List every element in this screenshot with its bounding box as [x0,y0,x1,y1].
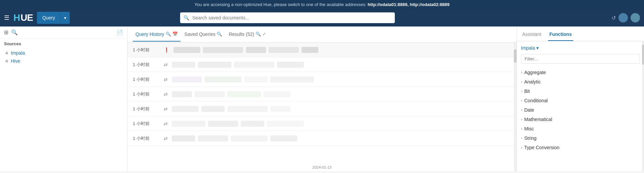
notification-text: You are accessing a non-optimized Hue, p… [195,2,368,7]
chevron-date-icon: › [521,108,522,112]
function-category-conditional[interactable]: › Conditional [521,96,640,105]
tab-results-label: Results (52) [229,32,254,37]
dialect-dropdown-icon: ▾ [536,45,539,51]
tab-query-history-label: Query History [136,32,164,37]
sources-section: Sources ≡ Impala ≡ Hive [0,39,127,68]
search-input[interactable] [180,12,395,23]
query-preview-5 [172,121,511,127]
chevron-mathematical-icon: › [521,117,522,122]
function-category-mathematical[interactable]: › Mathematical [521,115,640,124]
tab-search-icon-0: 🔍 [166,32,171,37]
notification-bar: You are accessing a non-optimized Hue, p… [0,0,644,9]
sidebar-item-label-impala: Impala [11,50,25,56]
tab-saved-queries-label: Saved Queries [184,32,216,37]
table-row[interactable]: 1 小时前 ⇄ [127,131,517,146]
sources-label: Sources [4,41,123,46]
dialect-label: Impala [521,45,535,51]
query-status-icon-6: ⇄ [164,136,168,141]
function-filter-input[interactable] [521,54,640,64]
query-time-6: 1 小时前 [133,135,160,141]
function-category-date[interactable]: › Date [521,105,640,115]
main-scrollbar[interactable] [514,43,517,171]
chevron-bit-icon: › [521,89,522,94]
right-scrollbar-thumb[interactable] [642,45,644,65]
right-panel: Assistant Functions Impala ▾ › Aggregate… [517,26,644,171]
query-dropdown-button[interactable]: ▾ [60,12,70,24]
tab-calendar-icon: 📅 [172,32,178,37]
history-icon[interactable]: ↺ [611,15,616,21]
tab-expand-icon: ⤢ [262,32,266,37]
table-row[interactable]: 1 小时前 ⇄ [127,116,517,131]
function-category-label-type-conversion: Type Conversion [524,145,559,150]
query-preview-4 [172,106,511,112]
right-tabs: Assistant Functions [517,26,644,41]
main-content: Query History 🔍 📅 Saved Queries 🔍 Result… [127,26,517,171]
search-icon: 🔍 [183,15,189,20]
dialect-selector[interactable]: Impala ▾ [521,45,640,51]
function-category-string[interactable]: › String [521,133,640,143]
tab-assistant[interactable]: Assistant [521,28,543,41]
query-list: 1 小时前 ❗ 1 小时前 ⇄ [127,43,517,171]
compose-icon[interactable]: 📄 [116,29,123,36]
query-status-icon-1: ⇄ [164,62,168,67]
query-time-2: 1 小时前 [133,76,160,82]
date-label: 2024-01-13 [311,165,333,170]
hamburger-icon[interactable]: ☰ [4,14,9,21]
layers-icon[interactable]: ⊞ [4,29,8,36]
query-button-group: Query ▾ [37,12,70,24]
function-category-type-conversion[interactable]: › Type Conversion [521,143,640,152]
right-scrollbar[interactable] [642,41,644,171]
table-row[interactable]: 1 小时前 ⇄ [127,57,517,72]
tab-functions[interactable]: Functions [548,28,573,41]
chevron-misc-icon: › [521,126,522,131]
query-button[interactable]: Query [37,12,60,24]
right-panel-content: Impala ▾ › Aggregate › Analytic › Bit › … [517,41,644,171]
tab-search-icon-1: 🔍 [217,32,222,37]
query-time-4: 1 小时前 [133,106,160,112]
sidebar-item-hive[interactable]: ≡ Hive [4,57,123,65]
chevron-aggregate-icon: › [521,70,522,75]
table-row[interactable]: 1 小时前 ⇄ [127,87,517,102]
query-time-0: 1 小时前 [133,47,160,53]
function-category-misc[interactable]: › Misc [521,124,640,133]
function-category-bit[interactable]: › Bit [521,86,640,96]
function-category-label-misc: Misc [524,126,534,131]
function-category-label-bit: Bit [524,89,530,94]
content-wrapper: ⊞ 🔍 📄 Sources ≡ Impala ≡ Hive Query Hist… [0,26,644,171]
query-status-icon-3: ⇄ [164,92,168,97]
tab-saved-queries[interactable]: Saved Queries 🔍 [182,27,225,42]
query-preview-2 [172,76,511,82]
tab-results[interactable]: Results (52) 🔍 ⤢ [226,27,268,42]
query-status-icon-5: ⇄ [164,121,168,126]
search-bar-container: 🔍 [180,12,395,23]
avatar [619,13,628,22]
query-time-5: 1 小时前 [133,121,160,127]
function-category-label-string: String [524,135,537,141]
table-row[interactable]: 1 小时前 ❗ [127,43,517,57]
function-category-aggregate[interactable]: › Aggregate [521,68,640,77]
function-category-analytic[interactable]: › Analytic [521,77,640,86]
main-scrollbar-thumb[interactable] [514,49,517,63]
chevron-conditional-icon: › [521,98,522,103]
sidebar-toolbar: ⊞ 🔍 📄 [0,26,127,39]
query-status-icon-2: ⇄ [164,77,168,82]
sidebar-item-label-hive: Hive [11,58,20,64]
main-header: ☰ HUE Query ▾ 🔍 ↺ [0,9,644,26]
tab-search-icon-2: 🔍 [256,32,261,37]
function-category-label-date: Date [524,107,534,113]
query-preview-6 [172,135,511,141]
function-category-label-analytic: Analytic [524,79,541,84]
query-status-icon-0: ❗ [164,47,169,53]
query-preview-0 [173,47,511,53]
table-row[interactable]: 1 小时前 ⇄ [127,102,517,116]
sidebar-item-impala[interactable]: ≡ Impala [4,49,123,57]
function-category-label-mathematical: Mathematical [524,117,552,122]
search-sidebar-icon[interactable]: 🔍 [11,29,18,36]
app-logo: HUE [13,12,33,23]
left-sidebar: ⊞ 🔍 📄 Sources ≡ Impala ≡ Hive [0,26,127,171]
tab-query-history[interactable]: Query History 🔍 📅 [133,27,180,42]
chevron-analytic-icon: › [521,79,522,84]
table-row[interactable]: 1 小时前 ⇄ [127,72,517,87]
query-preview-3 [172,91,511,97]
function-category-label-aggregate: Aggregate [524,70,546,75]
